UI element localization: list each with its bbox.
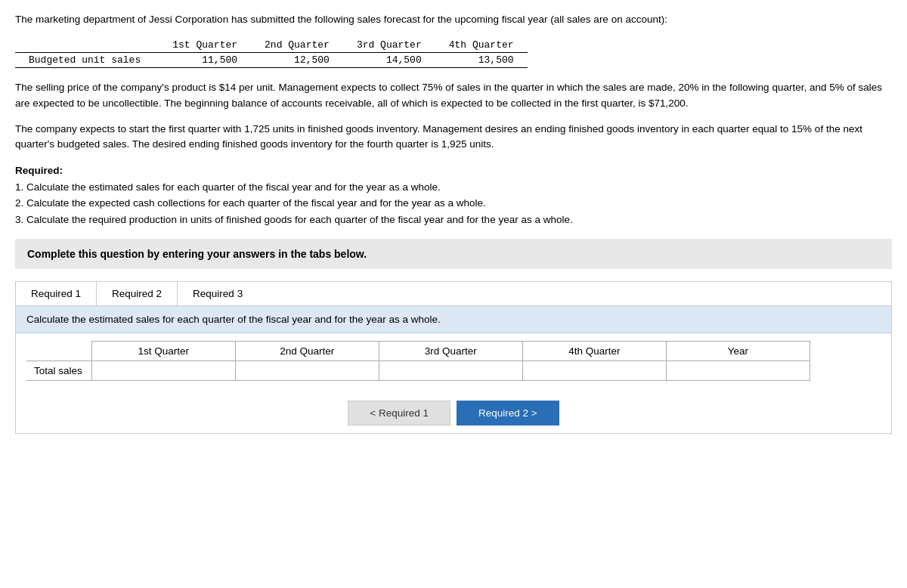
required-item2: 2. Calculate the expected cash collectio… xyxy=(15,195,892,212)
tab-required1-label: Required 1 xyxy=(31,288,81,299)
forecast-q3-value: 14,500 xyxy=(343,53,435,68)
answer-header-q2: 2nd Quarter xyxy=(235,341,379,361)
total-sales-q1-input[interactable] xyxy=(100,365,228,376)
answer-header-empty xyxy=(26,341,91,361)
answer-header-q1: 1st Quarter xyxy=(91,341,235,361)
tab-required2[interactable]: Required 2 xyxy=(97,282,178,305)
total-sales-q2-input[interactable] xyxy=(243,365,371,376)
tab-required1[interactable]: Required 1 xyxy=(16,282,97,305)
tab-required3-label: Required 3 xyxy=(193,288,243,299)
tab-instruction: Calculate the estimated sales for each q… xyxy=(16,306,891,333)
forecast-header-empty xyxy=(15,38,159,53)
tabs-container: Required 1 Required 2 Required 3 Calcula… xyxy=(15,281,892,434)
total-sales-year-cell[interactable] xyxy=(666,361,809,380)
next-button[interactable]: Required 2 > xyxy=(457,401,559,426)
intro-paragraph1: The marketing department of Jessi Corpor… xyxy=(15,12,892,27)
tabs-header: Required 1 Required 2 Required 3 xyxy=(16,282,891,306)
forecast-row-label: Budgeted unit sales xyxy=(15,53,159,68)
forecast-header-q4: 4th Quarter xyxy=(435,38,528,53)
forecast-table: 1st Quarter 2nd Quarter 3rd Quarter 4th … xyxy=(15,38,528,68)
required-item3: 3. Calculate the required production in … xyxy=(15,212,892,228)
answer-header-q3: 3rd Quarter xyxy=(379,341,522,361)
required-title: Required: xyxy=(15,162,892,179)
forecast-header-q3: 3rd Quarter xyxy=(343,38,435,53)
forecast-header-q1: 1st Quarter xyxy=(159,38,251,53)
tab-required3[interactable]: Required 3 xyxy=(178,282,258,305)
intro-paragraph2: The selling price of the company's produ… xyxy=(15,80,892,111)
answer-header-year: Year xyxy=(666,341,809,361)
total-sales-q3-cell[interactable] xyxy=(379,361,522,380)
tab-content-required1: Calculate the estimated sales for each q… xyxy=(16,306,891,433)
prev-button-label: < Required 1 xyxy=(370,407,429,419)
forecast-q4-value: 13,500 xyxy=(435,53,528,68)
forecast-q2-value: 12,500 xyxy=(251,53,343,68)
complete-box: Complete this question by entering your … xyxy=(15,239,892,269)
answer-header-q4: 4th Quarter xyxy=(522,341,666,361)
complete-box-text: Complete this question by entering your … xyxy=(27,248,367,260)
total-sales-q2-cell[interactable] xyxy=(235,361,379,380)
total-sales-q3-input[interactable] xyxy=(387,365,515,376)
next-button-label: Required 2 > xyxy=(478,407,537,419)
total-sales-q1-cell[interactable] xyxy=(91,361,235,380)
total-sales-year-input[interactable] xyxy=(674,365,802,376)
required-section: Required: 1. Calculate the estimated sal… xyxy=(15,162,892,227)
forecast-header-q2: 2nd Quarter xyxy=(251,38,343,53)
answer-table-container: 1st Quarter 2nd Quarter 3rd Quarter 4th … xyxy=(16,333,891,391)
bottom-nav: < Required 1 Required 2 > xyxy=(16,401,891,433)
required-item1: 1. Calculate the estimated sales for eac… xyxy=(15,179,892,196)
forecast-q1-value: 11,500 xyxy=(159,53,251,68)
intro-paragraph3: The company expects to start the first q… xyxy=(15,122,892,153)
answer-table: 1st Quarter 2nd Quarter 3rd Quarter 4th … xyxy=(26,341,810,381)
total-sales-label: Total sales xyxy=(26,361,91,380)
tab-instruction-text: Calculate the estimated sales for each q… xyxy=(26,314,441,325)
prev-button[interactable]: < Required 1 xyxy=(348,401,450,426)
tab-required2-label: Required 2 xyxy=(112,288,162,299)
total-sales-q4-cell[interactable] xyxy=(522,361,666,380)
total-sales-q4-input[interactable] xyxy=(531,365,658,376)
table-row: Total sales xyxy=(26,361,809,380)
